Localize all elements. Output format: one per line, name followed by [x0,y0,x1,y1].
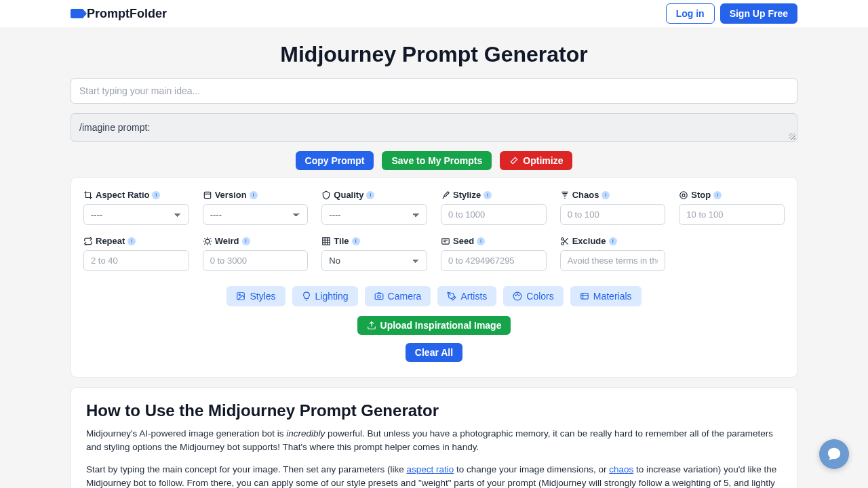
howto-card: How to Use the Midjourney Prompt Generat… [71,387,797,488]
styles-pill[interactable]: Styles [226,286,285,306]
svg-point-9 [239,294,241,296]
info-icon[interactable]: i [713,191,722,199]
chaos-link[interactable]: chaos [609,464,633,474]
param-stop: Stopi [679,190,785,225]
topbar: PromptFolder Log in Sign Up Free [0,0,868,27]
info-icon[interactable]: i [250,191,258,199]
howto-heading: How to Use the Midjourney Prompt Generat… [86,401,782,420]
param-stylize: Stylizei [441,190,547,225]
info-icon[interactable]: i [601,191,610,199]
artists-pill[interactable]: Artists [437,286,496,306]
colors-pill[interactable]: Colors [503,286,563,306]
info-icon[interactable]: i [352,237,360,245]
info-icon[interactable]: i [609,237,617,245]
chat-support-button[interactable] [819,439,849,469]
param-aspect-ratio: Aspect Ratioi ---- [83,190,189,225]
svg-point-6 [561,237,564,240]
brand-text: PromptFolder [87,7,167,21]
info-icon[interactable]: i [152,191,160,199]
resize-handle-icon[interactable] [789,133,795,140]
svg-rect-0 [204,192,210,198]
image-icon [236,291,245,301]
hash-icon [441,237,450,246]
svg-point-1 [680,191,688,199]
pen-icon [447,291,456,301]
palette-icon [513,291,522,301]
quality-select[interactable]: ---- [321,204,427,225]
chat-icon [827,447,842,462]
camera-icon [374,291,384,301]
materials-pill[interactable]: Materials [570,286,642,306]
save-prompt-button[interactable]: Save to My Prompts [382,151,492,170]
optimize-button[interactable]: Optimize [500,151,572,170]
svg-point-15 [519,295,519,296]
param-exclude: Excludei [560,236,666,271]
copy-prompt-button[interactable]: Copy Prompt [296,151,374,170]
auth-buttons: Log in Sign Up Free [666,3,797,24]
clear-all-button[interactable]: Clear All [406,343,462,362]
prompt-area: /imagine prompt: Copy Prompt Save to My … [71,78,797,170]
tile-select[interactable]: No [321,250,427,271]
svg-point-13 [515,295,516,296]
wand-icon [509,156,519,165]
howto-p1: Midjourney's AI-powered image generation… [86,427,782,455]
svg-point-7 [561,242,564,245]
grid-icon [321,237,331,246]
param-tile: Tilei No [321,236,427,271]
folder-icon [71,9,83,18]
square-icon [203,190,212,200]
bug-icon [203,237,212,246]
main-idea-input[interactable] [71,78,797,104]
svg-rect-16 [581,293,589,299]
page-title: Midjourney Prompt Generator [71,42,797,67]
preset-pills: Styles Lighting Camera Artists Colors Ma… [83,286,785,306]
output-prefix: /imagine prompt: [79,122,150,133]
stop-icon [679,190,688,200]
svg-rect-4 [323,237,330,245]
stylize-input[interactable] [441,204,547,225]
param-seed: Seedi [441,236,547,271]
info-icon[interactable]: i [242,237,250,245]
scissors-icon [560,237,570,246]
brand[interactable]: PromptFolder [71,7,167,21]
param-repeat: Repeati [83,236,189,271]
info-icon[interactable]: i [477,237,485,245]
aspect-ratio-link[interactable]: aspect ratio [406,464,454,474]
layers-icon [580,291,589,301]
bulb-icon [302,291,311,301]
info-icon[interactable]: i [484,191,492,199]
login-button[interactable]: Log in [666,3,715,24]
camera-pill[interactable]: Camera [365,286,431,306]
parameters-card: Aspect Ratioi ---- Versioni ---- Quality… [71,177,797,378]
seed-input[interactable] [441,250,547,271]
version-select[interactable]: ---- [203,204,309,225]
param-quality: Qualityi ---- [321,190,427,225]
lighting-pill[interactable]: Lighting [292,286,358,306]
upload-icon [367,321,376,330]
crop-icon [83,190,93,200]
svg-point-12 [513,292,521,300]
exclude-input[interactable] [560,250,666,271]
param-version: Versioni ---- [203,190,309,225]
signup-button[interactable]: Sign Up Free [720,3,797,24]
shield-icon [321,190,331,200]
weird-input[interactable] [203,250,309,271]
param-weird: Weirdi [203,236,309,271]
repeat-icon [83,237,93,246]
tornado-icon [560,190,570,200]
svg-point-11 [377,295,380,298]
chaos-input[interactable] [560,204,666,225]
stop-input[interactable] [679,204,785,225]
brush-icon [441,190,450,200]
svg-point-3 [205,239,210,243]
repeat-input[interactable] [83,250,189,271]
info-icon[interactable]: i [366,191,374,199]
action-buttons: Copy Prompt Save to My Prompts Optimize [71,151,797,170]
upload-image-button[interactable]: Upload Inspirational Image [357,316,511,335]
howto-p2: Start by typing the main concept for you… [86,463,782,489]
output-prompt[interactable]: /imagine prompt: [71,113,797,142]
info-icon[interactable]: i [127,237,136,245]
svg-point-14 [517,294,518,295]
svg-rect-2 [683,194,686,197]
aspect-ratio-select[interactable]: ---- [83,204,189,225]
